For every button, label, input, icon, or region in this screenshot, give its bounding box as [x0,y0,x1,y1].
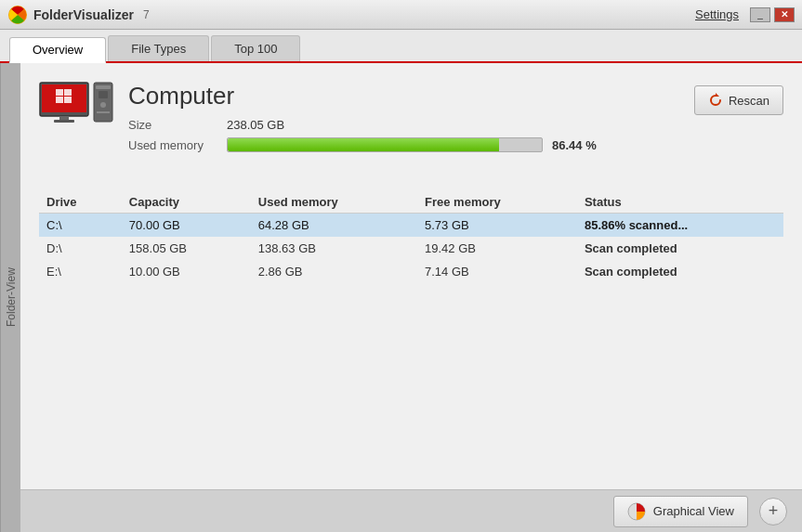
main-area: Folder-View [0,63,802,532]
minimize-button[interactable]: _ [750,7,770,22]
svg-rect-10 [96,85,111,89]
progress-bar-fill [228,138,499,151]
title-bar-right: Settings _ ✕ [695,7,795,22]
cell-status: Scan completed [577,237,783,260]
cell-used: 64.28 GB [251,214,417,238]
monitor-icon [39,82,89,123]
app-version: 7 [143,8,150,21]
computer-section: Computer Size 238.05 GB Used memory 86.4… [39,82,597,158]
tab-filetypes[interactable]: File Types [108,35,209,61]
svg-point-12 [100,102,106,108]
app-logo-icon [7,5,28,25]
drive-table: Drive Capacity Used memory Free memory S… [39,191,783,283]
settings-link[interactable]: Settings [695,7,739,21]
svg-rect-13 [97,111,110,113]
cell-drive: D:\ [39,237,122,260]
svg-rect-8 [54,120,74,123]
svg-rect-6 [64,97,72,103]
progress-bar-bg [227,137,543,152]
cell-status: 85.86% scanned... [577,214,783,238]
graphical-view-button[interactable]: Graphical View [613,496,748,527]
progress-percent: 86.44 % [552,138,597,152]
computer-icon [39,82,113,123]
pie-chart-icon [627,502,646,521]
computer-title: Computer [128,82,597,110]
col-free: Free memory [417,191,577,214]
content-panel: Computer Size 238.05 GB Used memory 86.4… [20,63,802,532]
graphical-view-label: Graphical View [653,504,734,518]
table-row[interactable]: D:\ 158.05 GB 138.63 GB 19.42 GB Scan co… [39,237,783,260]
svg-rect-3 [56,89,63,96]
rescan-icon [708,93,723,108]
add-button[interactable]: + [759,498,787,526]
close-button[interactable]: ✕ [774,7,795,22]
cell-used: 2.86 GB [251,260,417,283]
title-bar-left: FolderVisualizer 7 [7,5,150,25]
sidebar[interactable]: Folder-View [0,63,20,532]
tab-top100[interactable]: Top 100 [211,35,300,61]
used-memory-row: Used memory 86.44 % [128,137,597,152]
svg-marker-14 [716,93,719,97]
tab-overview[interactable]: Overview [9,37,106,63]
size-label: Size [128,118,212,132]
cell-capacity: 158.05 GB [122,237,251,260]
cell-free: 7.14 GB [417,260,577,283]
col-drive: Drive [39,191,122,214]
title-bar: FolderVisualizer 7 Settings _ ✕ [0,0,802,30]
size-row: Size 238.05 GB [128,118,597,132]
cell-free: 5.73 GB [417,214,577,238]
app-name: FolderVisualizer [33,7,134,22]
col-status: Status [577,191,783,214]
computer-details: Computer Size 238.05 GB Used memory 86.4… [128,82,597,158]
bottom-bar: Graphical View + [20,489,802,532]
table-row[interactable]: C:\ 70.00 GB 64.28 GB 5.73 GB 85.86% sca… [39,214,783,238]
table-row[interactable]: E:\ 10.00 GB 2.86 GB 7.14 GB Scan comple… [39,260,783,283]
cell-drive: E:\ [39,260,122,283]
used-memory-label: Used memory [128,138,212,152]
col-capacity: Capacity [122,191,251,214]
cell-free: 19.42 GB [417,237,577,260]
tab-bar: Overview File Types Top 100 [0,30,802,63]
cell-capacity: 70.00 GB [122,214,251,238]
svg-rect-4 [64,89,72,96]
svg-rect-11 [99,91,108,98]
col-used: Used memory [251,191,417,214]
progress-bar-container: 86.44 % [227,137,597,152]
tower-icon [93,82,113,123]
svg-rect-5 [56,97,63,103]
sidebar-label: Folder-View [5,268,18,328]
cell-drive: C:\ [39,214,122,238]
cell-capacity: 10.00 GB [122,260,251,283]
size-value: 238.05 GB [227,118,284,132]
svg-rect-7 [59,116,69,120]
cell-status: Scan completed [577,260,783,283]
cell-used: 138.63 GB [251,237,417,260]
window-controls: _ ✕ [750,7,795,22]
rescan-button[interactable]: Rescan [694,85,783,115]
